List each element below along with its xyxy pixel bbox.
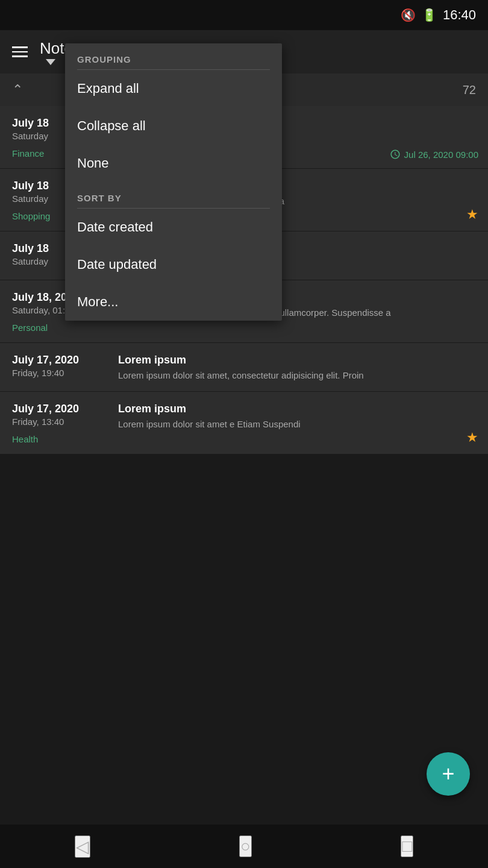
note-date-sub: Friday, 13:40 [12,417,108,427]
date-updated-item[interactable]: Date updated [65,246,282,283]
date-created-item[interactable]: Date created [65,209,282,246]
add-note-fab[interactable]: + [427,752,470,796]
battery-icon: 🔋 [422,8,437,22]
sim-icon: 🔇 [401,8,416,22]
note-date-section: July 17, 2020 Friday, 13:40 Health [12,403,108,444]
note-content: Lorem ipsum Lorem ipsum dolor sit amet, … [118,354,476,382]
nav-bar: ◁ ○ □ [0,825,488,868]
back-button[interactable]: ◁ [75,835,90,858]
add-icon: + [442,761,454,787]
title-arrow-icon [46,59,55,65]
note-date-main: July 17, 2020 [12,354,108,366]
grouping-section-title: GROUPING [65,43,282,69]
collapse-all-item[interactable]: Collapse all [65,107,282,145]
collapse-chevron-icon[interactable]: ⌃ [12,82,23,98]
note-reminder: Jul 26, 2020 09:00 [390,149,478,160]
note-body: Lorem ipsum dolor sit amet e Etiam Suspe… [118,418,476,430]
hamburger-menu-button[interactable] [12,46,28,57]
note-body: Lorem ipsum dolor sit amet, consectetur … [118,369,476,382]
note-tag: Health [12,434,108,444]
star-icon: ★ [466,207,478,222]
sort-by-section-title: SORT BY [65,182,282,208]
recents-button[interactable]: □ [401,835,413,857]
note-date-main: July 17, 2020 [12,403,108,415]
more-item[interactable]: More... [65,283,282,321]
reminder-date: Jul 26, 2020 09:00 [404,149,478,160]
note-title: Lorem ipsum [118,403,476,415]
status-icons: 🔇 🔋 16:40 [401,7,476,23]
group-count: 72 [463,83,476,97]
note-tag: Personal [12,322,108,333]
home-button[interactable]: ○ [239,835,252,857]
note-date-sub: Friday, 19:40 [12,368,108,378]
status-bar: 🔇 🔋 16:40 [0,0,488,30]
grouping-dropdown: GROUPING Expand all Collapse all None SO… [65,43,282,321]
note-date-section: July 17, 2020 Friday, 19:40 [12,354,108,382]
note-card[interactable]: July 17, 2020 Friday, 19:40 Lorem ipsum … [0,343,488,392]
note-title: Lorem ipsum [118,354,476,366]
star-icon: ★ [466,430,478,445]
expand-all-item[interactable]: Expand all [65,70,282,107]
none-item[interactable]: None [65,145,282,182]
note-card[interactable]: July 17, 2020 Friday, 13:40 Health Lorem… [0,392,488,454]
note-content: Lorem ipsum Lorem ipsum dolor sit amet e… [118,403,476,444]
status-time: 16:40 [443,7,476,23]
